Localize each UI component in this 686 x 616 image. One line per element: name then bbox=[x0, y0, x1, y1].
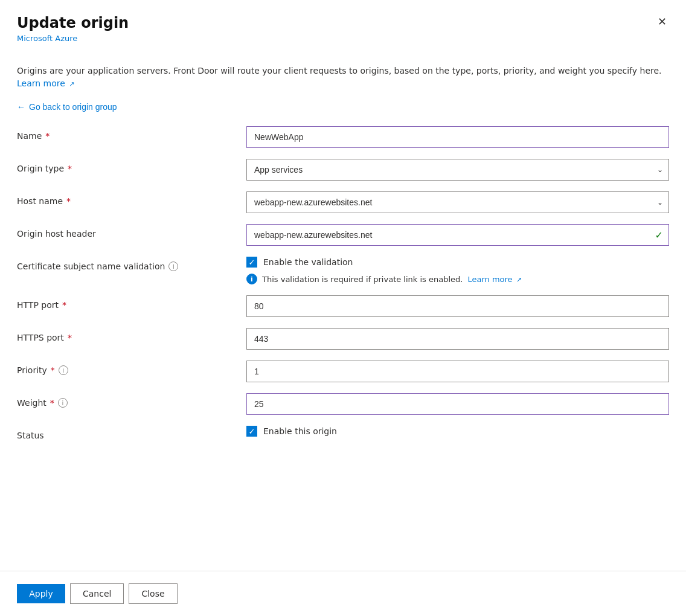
https-port-required-star: * bbox=[68, 333, 72, 342]
update-origin-panel: Update origin Microsoft Azure ✕ Origins … bbox=[0, 0, 686, 616]
status-checkbox-wrap: ✓ Enable this origin bbox=[246, 426, 669, 437]
origin-host-header-input-wrap: ✓ bbox=[246, 224, 669, 246]
name-label: Name * bbox=[17, 126, 246, 141]
https-port-input[interactable] bbox=[246, 328, 669, 350]
http-port-label: HTTP port * bbox=[17, 295, 246, 310]
priority-required-star: * bbox=[51, 365, 55, 375]
close-icon-button[interactable]: ✕ bbox=[652, 12, 672, 31]
host-name-row: Host name * webapp-new.azurewebsites.net… bbox=[17, 191, 669, 213]
http-port-required-star: * bbox=[62, 300, 66, 310]
host-name-input-wrap: webapp-new.azurewebsites.net ⌄ bbox=[246, 191, 669, 213]
priority-row: Priority * i bbox=[17, 361, 669, 382]
weight-input[interactable] bbox=[246, 393, 669, 415]
status-checkbox-label: Enable this origin bbox=[263, 426, 337, 436]
certificate-validation-row: Certificate subject name validation i ✓ … bbox=[17, 257, 669, 284]
go-back-button[interactable]: ← Go back to origin group bbox=[17, 102, 117, 112]
description-learn-more-link[interactable]: Learn more ↗ bbox=[17, 79, 75, 88]
weight-label: Weight * i bbox=[17, 393, 246, 408]
panel-content: Origins are your application servers. Fr… bbox=[0, 53, 686, 571]
apply-button[interactable]: Apply bbox=[17, 584, 65, 603]
weight-required-star: * bbox=[50, 398, 54, 408]
origin-host-header-check-icon: ✓ bbox=[655, 229, 663, 241]
origin-host-header-label: Origin host header bbox=[17, 224, 246, 239]
http-port-row: HTTP port * bbox=[17, 295, 669, 317]
status-row: Status ✓ Enable this origin bbox=[17, 426, 669, 448]
origin-host-header-with-check: ✓ bbox=[246, 224, 669, 246]
certificate-validation-checkbox-label: Enable the validation bbox=[263, 257, 353, 267]
certificate-validation-wrap: ✓ Enable the validation i This validatio… bbox=[246, 257, 669, 284]
https-port-label: HTTPS port * bbox=[17, 328, 246, 342]
certificate-learn-more-external-icon: ↗ bbox=[516, 276, 522, 284]
priority-input-wrap bbox=[246, 361, 669, 382]
panel-header: Update origin Microsoft Azure ✕ bbox=[0, 0, 686, 53]
description-text: Origins are your application servers. Fr… bbox=[17, 65, 669, 90]
host-name-select-wrap: webapp-new.azurewebsites.net ⌄ bbox=[246, 191, 669, 213]
name-row: Name * bbox=[17, 126, 669, 148]
origin-type-row: Origin type * App services Custom Storag… bbox=[17, 159, 669, 181]
panel-footer: Apply Cancel Close bbox=[0, 571, 686, 616]
status-checkbox[interactable]: ✓ bbox=[246, 426, 257, 437]
panel-title: Update origin bbox=[17, 14, 669, 31]
https-port-row: HTTPS port * bbox=[17, 328, 669, 350]
weight-row: Weight * i bbox=[17, 393, 669, 415]
name-input[interactable] bbox=[246, 126, 669, 148]
origin-host-header-input[interactable] bbox=[246, 224, 669, 246]
priority-label: Priority * i bbox=[17, 361, 246, 375]
weight-info-icon[interactable]: i bbox=[58, 398, 68, 408]
status-checkmark: ✓ bbox=[249, 428, 255, 435]
cancel-button[interactable]: Cancel bbox=[70, 583, 124, 604]
origin-type-select-wrap: App services Custom Storage (Azure Blob)… bbox=[246, 159, 669, 181]
certificate-validation-info-icon[interactable]: i bbox=[168, 261, 178, 271]
priority-input[interactable] bbox=[246, 361, 669, 382]
certificate-validation-checkmark: ✓ bbox=[249, 258, 255, 266]
certificate-validation-label: Certificate subject name validation i bbox=[17, 257, 246, 271]
origin-type-required-star: * bbox=[68, 164, 72, 173]
origin-type-select[interactable]: App services Custom Storage (Azure Blob)… bbox=[246, 159, 669, 181]
certificate-validation-info: i This validation is required if private… bbox=[246, 274, 669, 284]
priority-info-icon[interactable]: i bbox=[59, 365, 68, 375]
info-circle-icon: i bbox=[246, 274, 257, 284]
name-required-star: * bbox=[45, 131, 50, 141]
back-arrow-icon: ← bbox=[17, 102, 25, 112]
close-button[interactable]: Close bbox=[129, 583, 177, 604]
external-link-icon: ↗ bbox=[69, 80, 74, 90]
host-name-required-star: * bbox=[66, 196, 71, 206]
certificate-validation-checkbox[interactable]: ✓ bbox=[246, 257, 257, 268]
status-checkbox-row: ✓ Enable this origin bbox=[246, 426, 669, 437]
origin-type-label: Origin type * bbox=[17, 159, 246, 173]
name-input-wrap bbox=[246, 126, 669, 148]
panel-subtitle: Microsoft Azure bbox=[17, 34, 669, 43]
origin-type-input-wrap: App services Custom Storage (Azure Blob)… bbox=[246, 159, 669, 181]
weight-input-wrap bbox=[246, 393, 669, 415]
host-name-select[interactable]: webapp-new.azurewebsites.net bbox=[246, 191, 669, 213]
origin-host-header-row: Origin host header ✓ bbox=[17, 224, 669, 246]
host-name-label: Host name * bbox=[17, 191, 246, 206]
status-label: Status bbox=[17, 426, 246, 440]
certificate-validation-learn-more-link[interactable]: Learn more ↗ bbox=[467, 275, 522, 284]
certificate-validation-checkbox-row: ✓ Enable the validation bbox=[246, 257, 669, 268]
https-port-input-wrap bbox=[246, 328, 669, 350]
http-port-input-wrap bbox=[246, 295, 669, 317]
http-port-input[interactable] bbox=[246, 295, 669, 317]
